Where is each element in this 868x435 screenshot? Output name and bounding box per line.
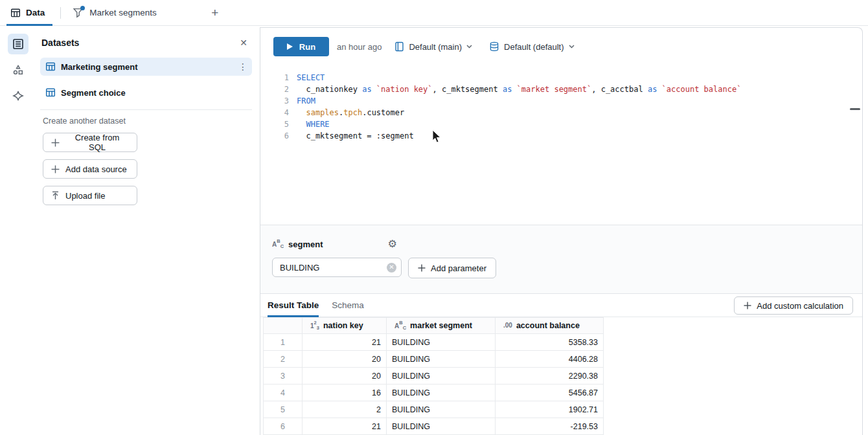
table-row: 621BUILDING-219.53 [264, 418, 604, 435]
table-icon [45, 61, 56, 72]
last-run-timestamp: an hour ago [337, 42, 382, 52]
sql-editor[interactable]: 1SELECT2 c_nationkey as `nation key`, c_… [260, 65, 862, 225]
dataset-item-label: Marketing segment [61, 62, 233, 72]
tab-market-segments[interactable]: Market segments [67, 0, 166, 26]
tab-result-table[interactable]: Result Table [268, 294, 319, 317]
table-corner-cell [264, 318, 303, 334]
plus-icon [418, 264, 426, 272]
tab-separator [60, 7, 61, 19]
active-tab-underline [268, 315, 319, 317]
run-button[interactable]: Run [273, 37, 329, 56]
tab-market-segments-label: Market segments [89, 8, 157, 17]
create-from-sql-button[interactable]: Create from SQL [43, 133, 137, 152]
filter-notification-dot [80, 6, 85, 10]
close-icon[interactable]: ✕ [236, 36, 251, 50]
dataset-editor-card: Run an hour ago Default (main) Default (… [260, 27, 863, 435]
catalog-icon [394, 41, 404, 52]
button-label: Add data source [65, 164, 127, 174]
filter-icon [73, 7, 84, 19]
column-header-nation-key[interactable]: 123nation key [303, 318, 387, 334]
editor-toolbar: Run an hour ago Default (main) Default (… [260, 28, 862, 65]
column-header-market-segment[interactable]: ABCmarket segment [387, 318, 496, 334]
cell-account-balance: 5358.33 [496, 334, 604, 351]
row-number: 4 [264, 385, 303, 401]
table-row: 416BUILDING5456.87 [264, 385, 604, 401]
tab-schema[interactable]: Schema [332, 294, 364, 317]
table-icon [10, 8, 21, 18]
line-number: 4 [260, 107, 297, 118]
cell-market-segment: BUILDING [387, 351, 496, 368]
add-custom-calculation-button[interactable]: Add custom calculation [734, 296, 853, 315]
column-header-label: market segment [410, 321, 472, 330]
add-data-source-button[interactable]: Add data source [43, 159, 137, 179]
line-number: 1 [260, 72, 297, 84]
cell-nation-key: 21 [303, 418, 387, 435]
cell-account-balance: -219.53 [496, 418, 604, 435]
row-number: 3 [264, 368, 303, 385]
dataset-list: Marketing segment⋮Segment choice [40, 58, 252, 102]
row-number: 2 [264, 351, 303, 368]
dataset-item-label: Segment choice [61, 88, 248, 98]
chevron-down-icon [569, 45, 575, 49]
string-type-icon: ABC [394, 320, 406, 331]
dataset-item[interactable]: Segment choice [40, 84, 252, 102]
button-label: Upload file [65, 191, 105, 201]
code-text: c_mktsegment = :segment [297, 130, 414, 142]
plus-icon [744, 302, 751, 309]
cell-account-balance: 2290.38 [496, 368, 604, 385]
number-type-icon: 123 [310, 320, 319, 331]
code-line: 1SELECT [260, 72, 862, 84]
string-type-icon: ABC [272, 239, 284, 249]
play-icon [287, 43, 293, 50]
column-header-label: nation key [323, 321, 363, 330]
upload-icon [51, 191, 60, 200]
cell-nation-key: 2 [303, 401, 387, 418]
cell-nation-key: 20 [303, 351, 387, 368]
row-number: 1 [264, 334, 303, 351]
column-header-account-balance[interactable]: .00account balance [496, 318, 604, 334]
warehouse-selector[interactable]: Default (default) [489, 41, 575, 52]
code-line: 2 c_nationkey as `nation key`, c_mktsegm… [260, 84, 862, 95]
cell-market-segment: BUILDING [387, 368, 496, 385]
datasets-panel-icon[interactable] [8, 34, 29, 54]
code-line: 4 samples.tpch.customer [260, 107, 862, 118]
column-header-label: account balance [516, 321, 580, 330]
divider [40, 109, 252, 110]
upload-file-button[interactable]: Upload file [43, 186, 137, 205]
add-parameter-button[interactable]: Add parameter [408, 258, 496, 278]
cell-market-segment: BUILDING [387, 418, 496, 435]
cell-account-balance: 5456.87 [496, 385, 604, 401]
line-number: 2 [260, 84, 297, 95]
plus-icon [51, 165, 60, 173]
table-icon [45, 87, 56, 98]
table-row: 320BUILDING2290.38 [264, 368, 604, 385]
catalog-selector[interactable]: Default (main) [394, 41, 472, 52]
tab-data[interactable]: Data [5, 0, 54, 26]
results-section: Result Table Schema Add custom calculati… [260, 293, 862, 435]
code-text: SELECT [297, 72, 325, 84]
left-sidebar: Datasets ✕ Marketing segment⋮Segment cho… [0, 27, 260, 435]
cell-market-segment: BUILDING [387, 385, 496, 401]
sparkle-icon[interactable] [8, 85, 29, 106]
kebab-menu-icon[interactable]: ⋮ [238, 61, 248, 72]
shapes-canvas-icon[interactable] [8, 60, 29, 80]
clear-input-icon[interactable]: ✕ [387, 263, 396, 273]
code-line: 3FROM [260, 95, 862, 107]
table-row: 52BUILDING1902.71 [264, 401, 604, 418]
button-label: Create from SQL [65, 133, 129, 152]
parameter-value-input[interactable] [272, 258, 402, 277]
result-table: 123nation keyABCmarket segment.00account… [263, 317, 604, 435]
cell-account-balance: 4406.28 [496, 351, 604, 368]
code-text: FROM [297, 95, 315, 107]
dataset-item[interactable]: Marketing segment⋮ [40, 58, 252, 76]
gear-icon[interactable]: ⚙ [388, 239, 397, 249]
new-tab-button[interactable]: + [206, 4, 224, 22]
active-tab-underline [6, 24, 52, 26]
cell-market-segment: BUILDING [387, 401, 496, 418]
database-icon [489, 41, 499, 52]
scrollbar-handle[interactable] [850, 108, 860, 110]
code-text: samples.tpch.customer [297, 107, 404, 118]
cell-nation-key: 20 [303, 368, 387, 385]
row-number: 6 [264, 418, 303, 435]
tab-data-label: Data [26, 8, 45, 17]
